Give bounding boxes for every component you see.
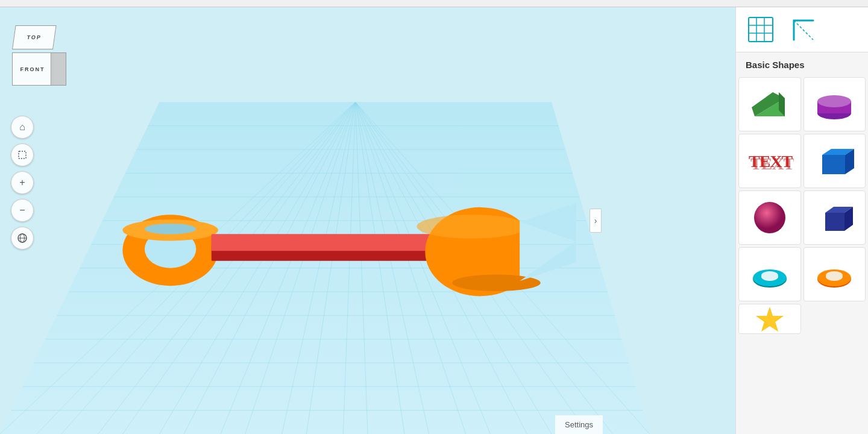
- cube-side-face: [51, 52, 66, 86]
- svg-rect-63: [822, 155, 845, 174]
- cube-front-face: FRONT: [12, 52, 53, 86]
- fit-button[interactable]: [11, 143, 34, 166]
- left-toolbar: ⌂ + −: [11, 116, 34, 250]
- svg-point-73: [761, 271, 778, 280]
- shape-blue-box[interactable]: [804, 134, 866, 188]
- top-toolbar: [0, 0, 868, 7]
- workplane-button[interactable]: [788, 14, 818, 45]
- shape-green-wedge[interactable]: [738, 77, 801, 131]
- main-area: TOP FRONT ⌂ + −: [0, 7, 868, 434]
- shape-navy-box[interactable]: [804, 190, 866, 245]
- shape-purple-dome[interactable]: [804, 77, 866, 131]
- right-panel: Basic Shapes: [735, 7, 868, 434]
- svg-rect-45: [19, 151, 26, 159]
- viewport[interactable]: TOP FRONT ⌂ + −: [0, 7, 735, 434]
- view-cube[interactable]: TOP FRONT: [12, 25, 66, 92]
- svg-point-66: [754, 202, 785, 233]
- shape-cyan-torus[interactable]: [738, 247, 801, 301]
- svg-text:TEXT: TEXT: [750, 154, 794, 173]
- objects-svg: [0, 7, 735, 434]
- perspective-button[interactable]: [11, 227, 34, 250]
- panel-collapse-button[interactable]: ›: [590, 209, 602, 233]
- svg-point-60: [817, 95, 851, 107]
- shapes-grid: TEXT TEXT: [736, 75, 868, 336]
- panel-icons: [736, 7, 868, 52]
- svg-rect-67: [825, 213, 844, 231]
- svg-point-39: [145, 224, 196, 234]
- zoom-out-button[interactable]: −: [11, 199, 34, 222]
- cube-top-face: TOP: [12, 25, 57, 49]
- svg-line-54: [794, 20, 813, 40]
- shape-star[interactable]: [738, 304, 801, 334]
- svg-rect-49: [749, 17, 773, 42]
- orange-ring[interactable]: [122, 215, 218, 286]
- settings-bar[interactable]: Settings: [555, 415, 603, 434]
- zoom-in-button[interactable]: +: [11, 171, 34, 194]
- shape-3d-text[interactable]: TEXT TEXT: [738, 134, 801, 188]
- svg-point-77: [826, 271, 843, 280]
- shapes-section-title: Basic Shapes: [736, 52, 868, 75]
- shape-magenta-sphere[interactable]: [738, 190, 801, 245]
- shape-orange-torus[interactable]: [804, 247, 866, 301]
- home-button[interactable]: ⌂: [11, 116, 34, 139]
- grid-view-button[interactable]: [746, 14, 776, 45]
